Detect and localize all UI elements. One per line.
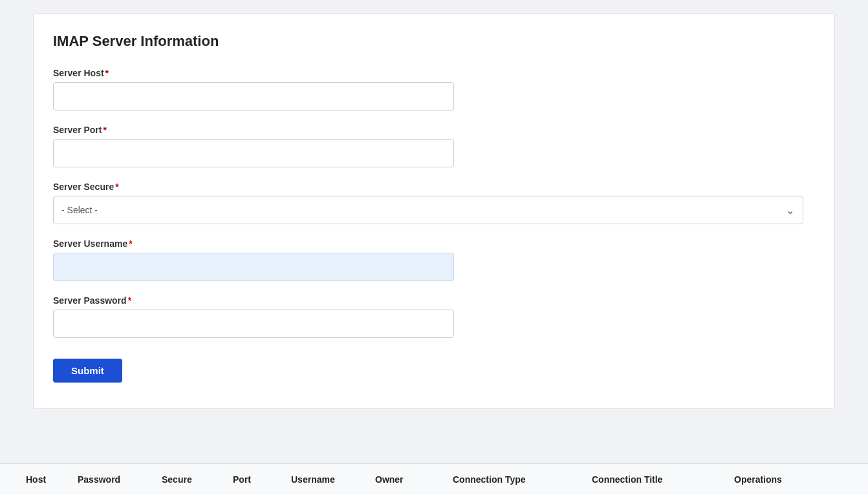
form-title: IMAP Server Information (53, 33, 815, 50)
col-header-operations: Operations (734, 474, 842, 485)
server-host-input[interactable] (53, 82, 454, 111)
server-username-label: Server Username* (53, 238, 815, 249)
server-port-input[interactable] (53, 139, 454, 167)
col-header-owner: Owner (375, 474, 453, 485)
col-header-connection-title: Connection Title (592, 474, 734, 485)
server-username-group: Server Username* (53, 238, 815, 281)
table-footer: Host Password Secure Port Username Owner… (0, 463, 868, 495)
server-password-input[interactable] (53, 310, 454, 338)
server-password-group: Server Password* (53, 295, 815, 338)
required-star-host: * (105, 68, 109, 78)
col-header-connection-type: Connection Type (453, 474, 592, 485)
required-star-port: * (103, 125, 106, 135)
server-port-group: Server Port* (53, 125, 815, 167)
col-header-port: Port (233, 474, 291, 485)
form-card: IMAP Server Information Server Host* Ser… (33, 13, 835, 409)
required-star-username: * (129, 238, 132, 249)
server-secure-group: Server Secure* - Select - SSL TLS None ⌄ (53, 182, 815, 224)
server-secure-select[interactable]: - Select - SSL TLS None (53, 196, 803, 224)
main-content: IMAP Server Information Server Host* Ser… (0, 0, 868, 463)
col-header-host: Host (26, 474, 78, 485)
col-header-password: Password (78, 474, 162, 485)
table-header-row: Host Password Secure Port Username Owner… (0, 464, 868, 495)
col-header-username: Username (291, 474, 375, 485)
server-host-group: Server Host* (53, 68, 815, 111)
server-secure-wrapper: - Select - SSL TLS None ⌄ (53, 196, 803, 224)
server-host-label: Server Host* (53, 68, 815, 78)
server-port-label: Server Port* (53, 125, 815, 135)
submit-button[interactable]: Submit (53, 359, 122, 383)
required-star-secure: * (115, 182, 118, 192)
server-username-input[interactable] (53, 253, 454, 281)
server-secure-label: Server Secure* (53, 182, 815, 192)
required-star-password: * (128, 295, 131, 306)
server-password-label: Server Password* (53, 295, 815, 306)
col-header-secure: Secure (162, 474, 233, 485)
